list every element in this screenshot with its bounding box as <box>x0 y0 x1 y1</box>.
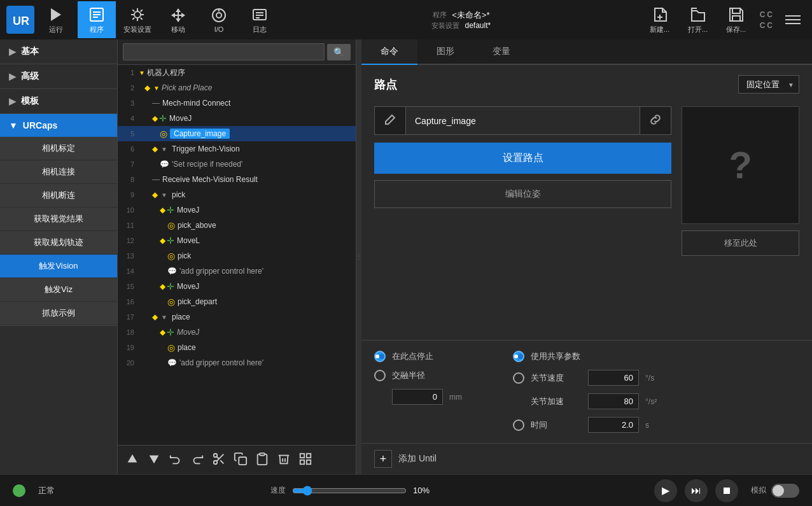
sidebar-item-camera-calib[interactable]: 相机标定 <box>0 137 117 160</box>
sidebar-item-camera-connect[interactable]: 相机连接 <box>0 160 117 184</box>
blend-radius-radio[interactable] <box>374 370 386 381</box>
sidebar-section-advanced: ▶ 高级 <box>0 64 117 89</box>
nav-io-button[interactable]: I/O <box>200 1 238 38</box>
tree-row[interactable]: 9 ◆ ▼ pick <box>118 187 356 202</box>
save-file-button[interactable]: 保存... <box>720 6 752 34</box>
tab-graphics[interactable]: 图形 <box>417 39 473 65</box>
link-icon[interactable] <box>640 107 671 134</box>
tree-toolbar <box>118 445 356 474</box>
stop-button[interactable]: ⏹ <box>715 479 738 502</box>
edit-pose-button[interactable]: 编辑位姿 <box>374 180 671 208</box>
hamburger-icon <box>785 19 801 20</box>
param-col-right: 使用共享参数 关节速度 °/s 关节加速 °/s² 时间 <box>513 351 657 433</box>
move-down-button[interactable] <box>144 449 164 470</box>
tree-row[interactable]: 6 ◆ ▼ Trigger Mech-Vision <box>118 141 356 157</box>
tree-row[interactable]: 16 ◎ pick_depart <box>118 294 356 309</box>
tree-row[interactable]: 13 ◎ pick <box>118 248 356 264</box>
open-file-button[interactable]: 打开... <box>682 6 714 34</box>
paste-button[interactable] <box>253 449 272 470</box>
status-bar: 正常 速度 10% ▶ ⏭ ⏹ 模拟 <box>0 474 812 506</box>
stop-at-point-label: 在此点停止 <box>392 351 443 362</box>
tree-row[interactable]: 7 💬 'Set recipe if needed' <box>118 157 356 172</box>
add-until-button[interactable]: + <box>374 450 392 468</box>
sidebar-item-trigger-viz[interactable]: 触发Viz <box>0 278 117 302</box>
joint-accel-input[interactable] <box>588 393 639 409</box>
redo-button[interactable] <box>188 449 207 470</box>
tab-variables[interactable]: 变量 <box>473 39 529 65</box>
tree-row[interactable]: 5 ◎ Capture_image <box>118 126 356 141</box>
tree-row[interactable]: 2 ◆ ▼ Pick and Place <box>118 80 356 95</box>
tree-row[interactable]: 17 ◆ ▼ place <box>118 309 356 325</box>
joint-speed-radio[interactable] <box>513 372 524 384</box>
sidebar-item-pick-place[interactable]: 抓放示例 <box>0 302 117 325</box>
target-circle-icon: ◎ <box>167 220 175 230</box>
arrow-up-icon <box>125 452 139 466</box>
new-file-button[interactable]: 新建... <box>644 6 676 34</box>
use-shared-radio[interactable] <box>513 351 524 362</box>
time-radio[interactable] <box>513 419 524 431</box>
tree-row[interactable]: 4 ◆ ✛ MoveJ <box>118 111 356 126</box>
tree-row[interactable]: 8 — Receive Mech-Vision Result <box>118 172 356 187</box>
undo-button[interactable] <box>166 449 185 470</box>
play-button[interactable]: ▶ <box>654 479 677 502</box>
dash-icon: — <box>152 99 160 108</box>
speed-value: 10% <box>413 486 438 495</box>
move-here-button[interactable]: 移至此处 <box>682 230 799 256</box>
sidebar-item-get-plan-trajectory[interactable]: 获取规划轨迹 <box>0 231 117 255</box>
nav-install-button[interactable]: 安装设置 <box>118 1 157 38</box>
sidebar-item-trigger-vision[interactable]: 触发Vision <box>0 255 117 278</box>
sidebar-header-advanced[interactable]: ▶ 高级 <box>0 64 117 88</box>
step-button[interactable]: ⏭ <box>685 479 708 502</box>
tree-row[interactable]: 19 ◎ place <box>118 340 356 355</box>
nav-run-button[interactable]: 运行 <box>37 1 75 38</box>
tree-row[interactable]: 15 ◆ ✛ MoveJ <box>118 279 356 294</box>
hamburger-icon <box>785 15 801 17</box>
sidebar-item-camera-disconnect[interactable]: 相机断连 <box>0 184 117 207</box>
svg-marker-19 <box>128 454 137 463</box>
waypoint-right: ? 移至此处 <box>682 106 799 256</box>
nav-log-button[interactable]: 日志 <box>241 1 279 38</box>
tree-row[interactable]: 14 💬 'add gripper control here' <box>118 264 356 279</box>
tree-container[interactable]: 1 ▼ 机器人程序 2 ◆ ▼ Pick and Place 3 — Mech-… <box>118 65 356 445</box>
resize-handle[interactable]: ⋮ <box>356 39 361 474</box>
position-type-dropdown[interactable]: 固定位置 相对位置 变量位置 <box>738 75 799 94</box>
tree-row[interactable]: 18 ◆ ✛ MoveJ <box>118 325 356 340</box>
menu-button[interactable] <box>780 8 806 32</box>
svg-text:UR: UR <box>13 15 29 27</box>
tree-row[interactable]: 3 — Mech-mind Connect <box>118 95 356 111</box>
sidebar-header-basic[interactable]: ▶ 基本 <box>0 39 117 64</box>
tree-row[interactable]: 11 ◎ pick_above <box>118 218 356 233</box>
sidebar-item-get-vision-result[interactable]: 获取视觉结果 <box>0 207 117 231</box>
tree-row[interactable]: 12 ◆ ✛ MoveL <box>118 233 356 248</box>
svg-point-21 <box>214 454 218 458</box>
sim-toggle-switch[interactable] <box>771 484 799 498</box>
search-button[interactable]: 🔍 <box>327 44 351 60</box>
position-type-select[interactable]: 固定位置 相对位置 变量位置 <box>738 75 799 94</box>
grid-button[interactable] <box>296 449 315 470</box>
copy-button[interactable] <box>231 449 250 470</box>
move-cross-icon: ✛ <box>167 205 174 215</box>
tree-row[interactable]: 10 ◆ ✛ MoveJ <box>118 202 356 218</box>
svg-rect-30 <box>307 460 311 464</box>
set-waypoint-button[interactable]: 设置路点 <box>374 143 671 174</box>
stop-at-point-radio[interactable] <box>374 351 386 362</box>
tab-command[interactable]: 命令 <box>361 39 417 65</box>
delete-button[interactable] <box>274 449 293 470</box>
sidebar-header-urcaps[interactable]: ▼ URCaps <box>0 114 117 137</box>
joint-speed-input[interactable] <box>588 370 639 386</box>
joint-speed-unit: °/s <box>645 374 654 383</box>
search-input[interactable] <box>123 43 325 60</box>
waypoint-title: 路点 <box>374 77 397 92</box>
tree-row[interactable]: 20 💬 'add gripper control here' <box>118 355 356 370</box>
logo-btn[interactable]: UR <box>6 6 34 34</box>
nav-program-button[interactable]: 程序 <box>78 1 116 38</box>
time-input[interactable] <box>588 417 639 433</box>
nav-move-button[interactable]: 移动 <box>159 1 197 38</box>
sidebar-header-template[interactable]: ▶ 模板 <box>0 89 117 113</box>
move-cross-icon: ✛ <box>167 235 174 246</box>
speed-slider[interactable] <box>292 486 407 496</box>
blend-radius-input[interactable] <box>392 389 443 405</box>
tree-row[interactable]: 1 ▼ 机器人程序 <box>118 65 356 80</box>
cut-button[interactable] <box>209 449 228 470</box>
move-up-button[interactable] <box>123 449 142 470</box>
